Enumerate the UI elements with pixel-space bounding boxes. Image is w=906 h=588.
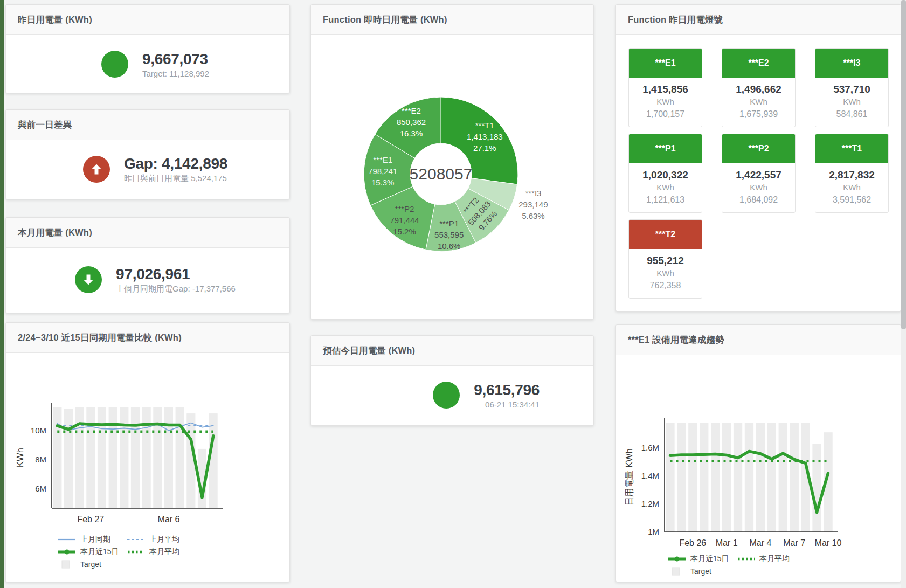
yesterday-target: Target: 11,128,992 — [142, 69, 209, 78]
e1-trend-chart: 1M1.2M1.4M1.6M日用電量 KWhFeb 26Mar 1Mar 4Ma… — [616, 355, 901, 552]
svg-text:1.4M: 1.4M — [641, 471, 659, 480]
tile-value: 2,817,832 — [817, 168, 887, 182]
panel-status-lights: Function 昨日用電燈號 ***E1 1,415,856 KWh 1,70… — [615, 4, 901, 312]
svg-text:1M: 1M — [648, 527, 659, 536]
legend-item[interactable]: 本月平均 — [736, 552, 805, 565]
donut-chart: ***T11,413,18327.1%***I3293,1495.63%***T… — [311, 35, 593, 320]
month-subtext: 上個月同期用電Gap: -17,377,566 — [116, 284, 236, 294]
status-tile: ***P2 1,422,557 KWh 1,684,092 — [722, 134, 796, 213]
svg-text:1.6M: 1.6M — [641, 443, 659, 452]
panel-yesterday-usage: 昨日用電量 (KWh) 9,667,073 Target: 11,128,992 — [5, 4, 290, 93]
svg-text:***I3293,1495.63%: ***I3293,1495.63% — [518, 189, 548, 220]
svg-text:5208057: 5208057 — [410, 165, 473, 183]
svg-text:10M: 10M — [31, 426, 46, 435]
panel-title: 本月用電量 (KWh) — [18, 227, 92, 239]
panel-title: Function 昨日用電燈號 — [628, 14, 723, 26]
legend-item[interactable]: 本月平均 — [126, 545, 195, 558]
status-tile: ***T1 2,817,832 KWh 3,591,562 — [815, 134, 889, 213]
tile-value: 955,212 — [630, 254, 701, 267]
down-arrow-icon — [75, 266, 102, 293]
status-tile: ***T2 955,212 KWh 762,358 — [628, 219, 702, 299]
tile-name: ***T1 — [815, 134, 888, 163]
tile-value: 1,422,557 — [723, 168, 794, 182]
svg-text:8M: 8M — [35, 455, 46, 464]
panel-e1-trend-chart: ***E1 設備用電達成趨勢 1M1.2M1.4M1.6M日用電量 KWhFeb… — [615, 324, 901, 582]
panel-estimate: 預估今日用電量 (KWh) 9,615,796 06-21 15:34:41 — [310, 335, 594, 426]
tile-target: 762,358 — [630, 279, 701, 292]
legend-item[interactable]: 上月同期 — [57, 533, 126, 545]
e1-trend-chart-legend: 本月近15日本月平均Target — [667, 552, 818, 577]
svg-text:Feb 27: Feb 27 — [77, 515, 104, 524]
svg-text:Mar 4: Mar 4 — [749, 538, 771, 548]
legend-item[interactable]: 上月平均 — [126, 533, 195, 545]
panel-title: Function 即時日用電量 (KWh) — [323, 14, 447, 26]
svg-text:6M: 6M — [35, 484, 46, 493]
estimate-value: 9,615,796 — [474, 382, 540, 398]
svg-text:Mar 6: Mar 6 — [158, 515, 180, 524]
tile-value: 1,020,322 — [630, 168, 701, 182]
legend-item[interactable]: 本月近15日 — [57, 545, 126, 558]
legend-item[interactable]: Target — [57, 558, 126, 570]
tile-name: ***T2 — [629, 220, 702, 249]
legend-item[interactable]: Target — [667, 565, 736, 577]
yesterday-value: 9,667,073 — [142, 51, 209, 67]
tile-name: ***E1 — [629, 49, 702, 78]
tile-name: ***P2 — [722, 134, 795, 163]
tile-name: ***I3 — [815, 49, 888, 78]
status-tile: ***I3 537,710 KWh 584,861 — [815, 48, 889, 127]
status-circle-green — [101, 51, 128, 78]
svg-text:1.2M: 1.2M — [641, 499, 659, 508]
svg-text:Mar 10: Mar 10 — [815, 538, 842, 548]
gap-subtext: 昨日與前日用電量 5,524,175 — [124, 174, 227, 184]
compare-chart: 6M8M10MKWhFeb 27Mar 6 — [6, 353, 289, 533]
status-tile: ***E1 1,415,856 KWh 1,700,157 — [628, 48, 702, 127]
tile-unit: KWh — [723, 182, 794, 193]
panel-title: 與前一日差異 — [18, 119, 72, 131]
tile-target: 1,675,939 — [723, 108, 794, 120]
tile-unit: KWh — [723, 96, 794, 108]
up-arrow-icon — [83, 156, 110, 183]
svg-text:Feb 26: Feb 26 — [679, 538, 706, 548]
tile-value: 1,496,662 — [723, 82, 794, 96]
status-tile: ***P1 1,020,322 KWh 1,121,613 — [628, 134, 702, 213]
legend-item[interactable]: 本月近15日 — [667, 552, 736, 565]
panel-compare-chart: 2/24~3/10 近15日同期用電量比較 (KWh) 6M8M10MKWhFe… — [5, 322, 290, 582]
status-tile: ***E2 1,496,662 KWh 1,675,939 — [722, 48, 796, 127]
tile-target: 584,861 — [817, 108, 887, 120]
tile-unit: KWh — [630, 267, 701, 279]
month-value: 97,026,961 — [116, 266, 236, 282]
panel-title: ***E1 設備用電達成趨勢 — [628, 334, 724, 346]
tile-target: 1,121,613 — [630, 193, 701, 206]
tile-value: 1,415,856 — [630, 82, 701, 96]
panel-month-usage: 本月用電量 (KWh) 97,026,961 上個月同期用電Gap: -17,3… — [5, 217, 290, 313]
panel-title: 2/24~3/10 近15日同期用電量比較 (KWh) — [18, 332, 182, 344]
scrollbar[interactable] — [901, 0, 906, 588]
panel-day-gap: 與前一日差異 Gap: 4,142,898 昨日與前日用電量 5,524,175 — [5, 109, 290, 199]
tile-name: ***P1 — [629, 134, 702, 163]
tile-unit: KWh — [630, 182, 701, 193]
estimate-timestamp: 06-21 15:34:41 — [474, 400, 540, 409]
tile-value: 537,710 — [817, 82, 887, 96]
status-circle-green — [433, 382, 460, 409]
status-tile-grid: ***E1 1,415,856 KWh 1,700,157 ***E2 1,49… — [616, 35, 901, 299]
svg-text:Mar 7: Mar 7 — [783, 538, 805, 548]
tile-target: 1,684,092 — [723, 193, 794, 206]
gap-value: Gap: 4,142,898 — [124, 155, 227, 172]
tile-unit: KWh — [817, 96, 887, 108]
tile-unit: KWh — [630, 96, 701, 108]
tile-target: 3,591,562 — [817, 193, 887, 206]
svg-text:日用電量 KWh: 日用電量 KWh — [624, 448, 634, 506]
sidebar-edge — [0, 0, 4, 588]
compare-chart-legend: 上月同期上月平均本月近15日本月平均Target — [57, 533, 208, 570]
svg-text:Mar 1: Mar 1 — [716, 538, 738, 548]
tile-unit: KWh — [817, 182, 887, 193]
tile-name: ***E2 — [722, 49, 795, 78]
panel-title: 昨日用電量 (KWh) — [18, 14, 92, 26]
scrollbar-thumb[interactable] — [901, 0, 906, 329]
panel-title: 預估今日用電量 (KWh) — [323, 345, 415, 357]
tile-target: 1,700,157 — [630, 108, 701, 120]
svg-text:KWh: KWh — [15, 448, 25, 467]
panel-realtime-donut: Function 即時日用電量 (KWh) ***T11,413,18327.1… — [310, 4, 594, 320]
